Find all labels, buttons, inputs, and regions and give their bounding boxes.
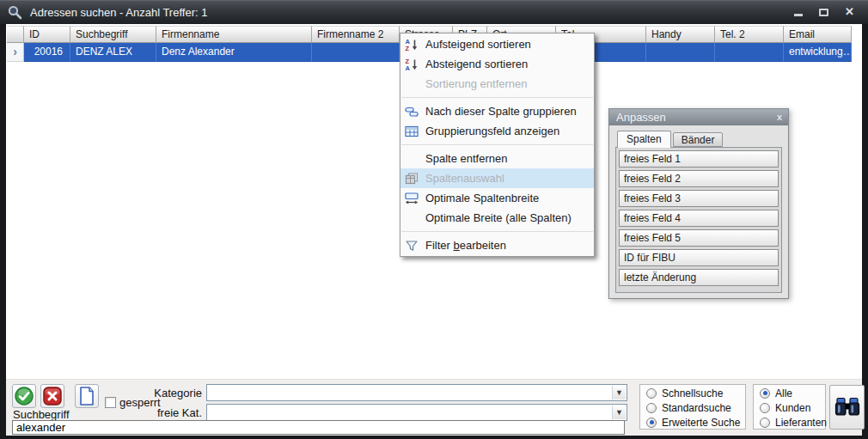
chevron-down-icon[interactable]: ▼ — [612, 405, 626, 419]
cell-firmenname2[interactable] — [312, 43, 400, 62]
category-combobox[interactable]: ▼ — [206, 384, 627, 401]
group-panel-icon — [403, 125, 420, 138]
customization-tabs: Spalten Bänder — [617, 130, 788, 147]
radio-label: Alle — [775, 387, 792, 399]
menu-item-label: Optimale Spaltenbreite — [425, 192, 539, 204]
cancel-button[interactable] — [40, 384, 64, 408]
scope-group: Alle Kunden Lieferanten — [753, 384, 826, 430]
check-icon — [14, 386, 34, 406]
search-button[interactable] — [829, 385, 865, 430]
menu-item-filter-editor[interactable]: Filter bearbeiten — [400, 235, 594, 255]
ok-button[interactable] — [12, 384, 36, 408]
menu-item-show-group-panel[interactable]: Gruppierungsfeld anzeigen — [400, 121, 594, 141]
window-title: Adressen suchen - Anzahl Treffer: 1 — [30, 6, 207, 19]
menu-item-label: Gruppierungsfeld anzeigen — [425, 125, 559, 137]
tab-spalten[interactable]: Spalten — [617, 131, 671, 148]
radio-icon[interactable] — [646, 388, 657, 399]
menu-separator — [401, 231, 593, 232]
best-fit-icon — [403, 192, 420, 205]
sort-ascending-icon: A Z — [403, 38, 420, 52]
cell-handy[interactable] — [646, 43, 715, 62]
maximize-icon[interactable] — [819, 9, 828, 16]
menu-item-column-chooser[interactable]: Spaltenauswahl — [400, 168, 594, 188]
column-header-id[interactable]: ID — [24, 26, 70, 43]
customization-panel-titlebar: Anpassen x — [609, 109, 788, 125]
cell-firmenname[interactable]: Denz Alexander — [156, 43, 312, 62]
radio-label: Kunden — [775, 402, 810, 414]
radio-row-kunden[interactable]: Kunden — [754, 400, 825, 415]
binoculars-icon — [834, 397, 860, 418]
svg-text:A: A — [406, 64, 411, 71]
menu-item-sort-descending[interactable]: Z A Absteigend sortieren — [400, 54, 594, 74]
magnifier-icon — [8, 5, 22, 20]
column-header-suchbegriff[interactable]: Suchbegriff — [70, 26, 156, 43]
cancel-x-icon — [42, 386, 63, 406]
menu-item-label: Optimale Breite (alle Spalten) — [425, 211, 572, 224]
menu-item-label: Spalte entfernen — [425, 152, 507, 165]
column-header-tel2[interactable]: Tel. 2 — [715, 26, 784, 43]
column-header-indicator — [7, 26, 24, 43]
menu-item-remove-column[interactable]: Spalte entfernen — [400, 149, 594, 168]
list-item[interactable]: freies Feld 4 — [619, 210, 779, 227]
menu-item-label: Filter bearbeiten — [425, 239, 506, 252]
category-label: Kategorie — [142, 387, 202, 399]
radio-checked-icon[interactable] — [760, 388, 770, 399]
menu-item-label: Sortierung entfernen — [425, 77, 528, 90]
column-context-menu: A Z Aufsteigend sortieren Z A Absteigend… — [400, 33, 595, 257]
search-input[interactable] — [12, 420, 625, 435]
radio-icon[interactable] — [646, 403, 657, 413]
list-item[interactable]: freies Feld 5 — [619, 229, 779, 247]
radio-label: Schnellsuche — [662, 387, 723, 399]
cell-tel2[interactable] — [715, 43, 784, 62]
radio-checked-icon[interactable] — [646, 418, 657, 428]
cell-id[interactable]: 20016 — [24, 43, 70, 62]
menu-separator — [401, 144, 593, 145]
customization-panel: Anpassen x Spalten Bänder freies Feld 1 … — [608, 108, 789, 299]
radio-row-alle[interactable]: Alle — [754, 386, 825, 400]
list-item[interactable]: freies Feld 1 — [619, 150, 779, 168]
cell-email[interactable]: entwicklung… — [784, 43, 852, 62]
menu-item-label: Absteigend sortieren — [425, 58, 528, 70]
cell-suchbegriff[interactable]: DENZ ALEX — [70, 43, 156, 62]
panel-close-icon[interactable]: x — [777, 109, 782, 125]
close-icon[interactable]: ✕ — [845, 0, 854, 24]
column-header-handy[interactable]: Handy — [646, 26, 715, 43]
free-category-combobox[interactable]: ▼ — [206, 404, 627, 421]
list-item[interactable]: freies Feld 3 — [619, 190, 779, 207]
list-item[interactable]: letzte Änderung — [619, 269, 779, 286]
radio-row-standardsuche[interactable]: Standardsuche — [640, 400, 745, 415]
radio-row-lieferanten[interactable]: Lieferanten — [754, 415, 825, 430]
menu-item-label: Spaltenauswahl — [425, 172, 504, 185]
new-document-icon — [77, 386, 96, 406]
radio-icon[interactable] — [760, 418, 770, 428]
radio-label: Erweiterte Suche — [662, 417, 740, 429]
column-header-firmenname2[interactable]: Firmenname 2 — [312, 26, 400, 43]
locked-checkbox[interactable] — [105, 397, 116, 408]
tab-baender[interactable]: Bänder — [673, 132, 724, 147]
customization-panel-title: Anpassen — [616, 111, 666, 124]
list-item[interactable]: ID für FIBU — [619, 249, 779, 266]
radio-icon[interactable] — [760, 403, 770, 413]
customization-column-list: freies Feld 1 freies Feld 2 freies Feld … — [615, 147, 782, 293]
svg-text:Z: Z — [406, 45, 410, 52]
list-item[interactable]: freies Feld 2 — [619, 170, 779, 187]
menu-item-clear-sorting[interactable]: Sortierung entfernen — [400, 74, 594, 94]
new-document-button[interactable] — [75, 384, 99, 408]
window-titlebar: Adressen suchen - Anzahl Treffer: 1 ✕ — [0, 0, 868, 24]
minimize-icon[interactable] — [794, 14, 803, 16]
menu-item-label: Nach dieser Spalte gruppieren — [425, 105, 577, 118]
menu-item-group-by-column[interactable]: Nach dieser Spalte gruppieren — [400, 101, 594, 121]
menu-item-sort-ascending[interactable]: A Z Aufsteigend sortieren — [400, 34, 594, 54]
row-indicator-icon: › — [7, 43, 24, 62]
column-header-firmenname[interactable]: Firmenname — [156, 26, 312, 43]
search-mode-group: Schnellsuche Standardsuche Erweiterte Su… — [639, 384, 746, 430]
column-header-email[interactable]: Email — [784, 26, 852, 43]
menu-item-best-fit[interactable]: Optimale Spaltenbreite — [400, 188, 594, 208]
sort-descending-icon: Z A — [403, 58, 420, 71]
menu-item-best-fit-all[interactable]: Optimale Breite (alle Spalten) — [400, 208, 594, 228]
chevron-down-icon[interactable]: ▼ — [612, 386, 626, 399]
radio-row-schnellsuche[interactable]: Schnellsuche — [640, 386, 745, 400]
radio-row-erweiterte-suche[interactable]: Erweiterte Suche — [640, 415, 745, 430]
search-footer: gesperrt Kategorie ▼ freie Kat. ▼ Suchbe… — [6, 379, 862, 436]
radio-label: Lieferanten — [775, 417, 827, 429]
